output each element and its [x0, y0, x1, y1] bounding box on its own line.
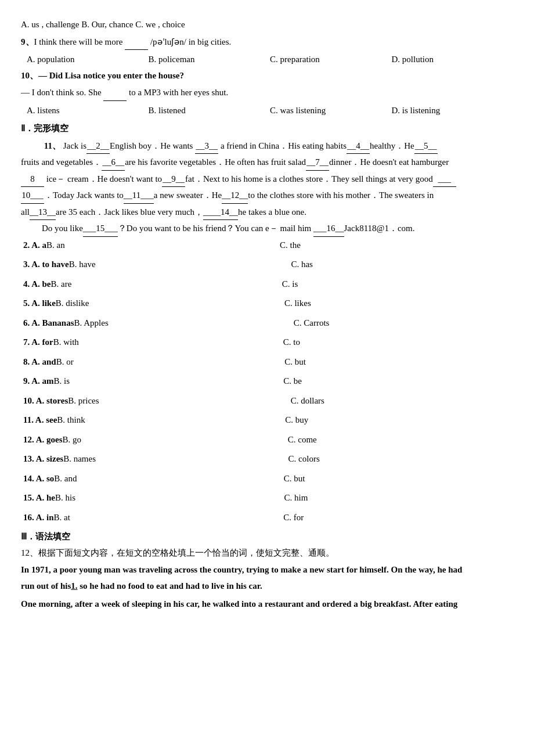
cloze-passage: 11、 Jack is__2__English boy．He wants __3…: [21, 139, 513, 237]
cloze-q2-b: B. an: [46, 238, 280, 253]
cloze-q3: 3. A. to have B. have C. has: [21, 257, 513, 272]
passage-line-2: fruits and vegetables．__6__are his favor…: [21, 155, 513, 171]
cloze-q4-c: C. is: [282, 277, 513, 292]
page-content: A. us , challenge B. Our, chance C. we ,…: [21, 17, 513, 612]
q8-answer-options: A. us , challenge B. Our, chance C. we ,…: [21, 17, 513, 33]
section2-header: Ⅱ．完形填空: [21, 121, 513, 136]
cloze-q6: 6. A. Bananas B. Apples C. Carrots: [21, 316, 513, 331]
cloze-q5-c: C. likes: [284, 296, 513, 311]
cloze-q2: 2. A. a B. an C. the: [21, 238, 513, 253]
grammar-para1: In 1971, a poor young man was traveling …: [21, 563, 513, 578]
q10-question-b: — I don't think so. She to a MP3 with he…: [21, 85, 513, 101]
cloze-q9-b: B. is: [54, 374, 284, 389]
cloze-q15: 15. A. he B. his C. him: [21, 491, 513, 506]
cloze-q12-b: B. go: [63, 433, 288, 448]
cloze-q16-c: C. for: [283, 510, 513, 525]
cloze-q8-c: C. but: [284, 355, 513, 370]
grammar-passage: In 1971, a poor young man was traveling …: [21, 563, 513, 612]
cloze-q2-c: C. the: [280, 238, 513, 253]
q10-option-c: C. was listening: [270, 103, 392, 118]
cloze-q4: 4. A. be B. are C. is: [21, 277, 513, 292]
passage-line-6: Do you like___15___？Do you want to be hi…: [21, 221, 513, 237]
cloze-q10: 10. A. stores B. prices C. dollars: [21, 394, 513, 409]
q10-option-a: A. listens: [27, 103, 149, 118]
cloze-q10-b: B. prices: [68, 394, 290, 409]
cloze-q11-b: B. think: [57, 413, 285, 428]
q10-options: A. listens B. listened C. was listening …: [21, 103, 513, 118]
passage-line-3: 8 ice－ cream．He doesn't want to__9__fat．…: [21, 172, 513, 188]
cloze-q11: 11. A. see B. think C. buy: [21, 413, 513, 428]
cloze-q8-b: B. or: [56, 355, 285, 370]
passage-line-1: 11、 Jack is__2__English boy．He wants __3…: [21, 139, 513, 154]
cloze-q9: 9. A. am B. is C. be: [21, 374, 513, 389]
q10-option-b: B. listened: [149, 103, 270, 118]
q9-option-c: C. preparation: [270, 52, 392, 67]
cloze-q12: 12. A. goes B. go C. come: [21, 433, 513, 448]
cloze-q12-c: C. come: [288, 433, 513, 448]
grammar-para2: run out of his1. so he had no food to ea…: [21, 579, 513, 594]
section3-header: Ⅲ．语法填空: [21, 530, 513, 545]
q12-instruction: 12、根据下面短文内容，在短文的空格处填上一个恰当的词，使短文完整、通顺。: [21, 546, 513, 561]
cloze-q15-b: B. his: [55, 491, 284, 506]
cloze-q5-b: B. dislike: [56, 296, 284, 311]
cloze-q13-c: C. colors: [288, 452, 513, 467]
cloze-q6-c: C. Carrots: [294, 316, 513, 331]
passage-line-5: all__13__are 35 each．Jack likes blue ver…: [21, 205, 513, 221]
cloze-q4-b: B. are: [51, 277, 282, 292]
q9-option-a: A. population: [27, 52, 149, 67]
cloze-q7-c: C. to: [283, 335, 513, 350]
cloze-q14-c: C. but: [284, 471, 513, 487]
cloze-q7: 7. A. for B. with C. to: [21, 335, 513, 350]
cloze-q3-c: C. has: [291, 257, 513, 272]
cloze-q9-c: C. be: [283, 374, 513, 389]
cloze-q3-b: B. have: [69, 257, 291, 272]
q9-option-b: B. policeman: [149, 52, 270, 67]
cloze-q6-b: B. Apples: [74, 316, 294, 331]
cloze-q13-b: B. names: [63, 452, 288, 467]
cloze-q14-b: B. and: [54, 471, 283, 487]
cloze-q16-b: B. at: [54, 510, 284, 525]
grammar-para3: One morning, after a week of sleeping in…: [21, 597, 513, 612]
cloze-q8: 8. A. and B. or C. but: [21, 355, 513, 370]
cloze-q10-c: C. dollars: [291, 394, 513, 409]
q9-option-d: D. pollution: [392, 52, 514, 67]
q10-option-d: D. is listening: [392, 103, 514, 118]
passage-line-4: 10___．Today Jack wants to__11___a new sw…: [21, 188, 513, 204]
q9-options: A. population B. policeman C. preparatio…: [21, 52, 513, 67]
cloze-q15-c: C. him: [284, 491, 514, 506]
cloze-q14: 14. A. so B. and C. but: [21, 471, 513, 487]
cloze-q7-b: B. with: [53, 335, 283, 350]
cloze-q5: 5. A. like B. dislike C. likes: [21, 296, 513, 311]
cloze-q13: 13. A. sizes B. names C. colors: [21, 452, 513, 467]
cloze-q11-c: C. buy: [285, 413, 513, 428]
q9-question: 9、I think there will be more /pəˈluʃən/ …: [21, 35, 513, 51]
cloze-q16: 16. A. in B. at C. for: [21, 510, 513, 525]
q10-question-a: 10、— Did Lisa notice you enter the house…: [21, 69, 513, 84]
